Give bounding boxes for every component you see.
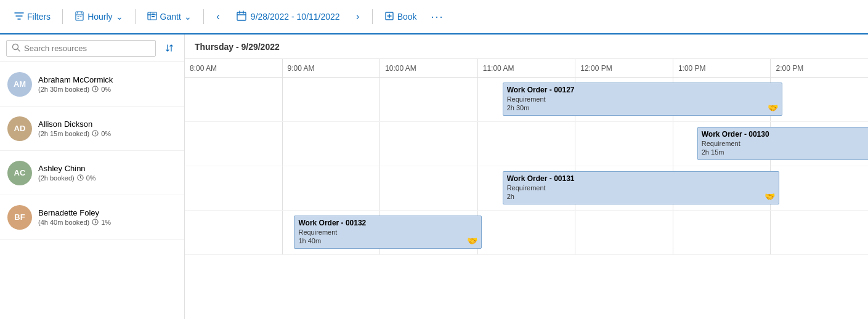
work-order-card[interactable]: Work Order - 00131 Requirement 2h 🤝	[503, 171, 779, 204]
separator-2	[135, 9, 136, 24]
calendar-icon	[236, 10, 247, 23]
book-icon	[384, 11, 394, 23]
resource-item[interactable]: BF Bernadette Foley (4h 40m booked) 1%	[0, 195, 184, 240]
gantt-cell	[477, 211, 575, 254]
date-range-container: 9/28/2022 - 10/11/2022	[230, 7, 346, 26]
gantt-cell	[575, 211, 673, 254]
gantt-panel: Thursday - 9/29/2022 8:00 AM9:00 AM10:00…	[185, 34, 868, 319]
resource-item[interactable]: AD Allison Dickson (2h 15m booked) 0%	[0, 107, 184, 151]
sort-button[interactable]	[161, 39, 178, 57]
meta-text: (4h 40m booked)	[38, 219, 89, 226]
svg-rect-4	[237, 12, 246, 20]
separator-3	[203, 9, 204, 24]
separator-1	[62, 9, 63, 24]
resource-meta: (2h 30m booked) 0%	[38, 86, 177, 94]
gantt-cell	[673, 211, 771, 254]
utilization: 0%	[86, 174, 96, 182]
work-order-duration: 2h	[507, 193, 775, 200]
svg-rect-3	[152, 16, 155, 17]
gantt-cell	[282, 78, 380, 121]
gantt-row: Work Order - 00127 Requirement 2h 30m 🤝	[185, 78, 868, 122]
gantt-cell	[282, 122, 380, 166]
gantt-time-header: 8:00 AM9:00 AM10:00 AM11:00 AM12:00 PM1:…	[185, 59, 868, 78]
gantt-cell	[379, 166, 477, 210]
avatar: AD	[7, 116, 32, 141]
gantt-label: Gantt	[160, 12, 181, 22]
avatar: AM	[7, 72, 32, 97]
work-order-req: Requirement	[507, 184, 775, 192]
gantt-cell	[379, 122, 477, 166]
handshake-icon: 🤝	[768, 103, 778, 113]
left-panel: AM Abraham McCormick (2h 30m booked) 0% …	[0, 34, 185, 319]
clock-icon	[77, 174, 84, 182]
separator-4	[372, 9, 373, 24]
resource-name: Bernadette Foley	[38, 208, 177, 217]
prev-date-button[interactable]: ‹	[209, 7, 227, 26]
next-date-button[interactable]: ›	[349, 7, 367, 26]
resource-info: Abraham McCormick (2h 30m booked) 0%	[38, 75, 177, 94]
resource-meta: (2h 15m booked) 0%	[38, 130, 177, 138]
work-order-duration: 1h 40m	[298, 237, 477, 244]
gantt-chevron: ⌄	[184, 12, 192, 22]
gantt-button[interactable]: Gantt ⌄	[140, 7, 198, 26]
clock-icon	[92, 219, 99, 227]
gantt-cell	[282, 166, 380, 210]
resource-meta: (4h 40m booked) 1%	[38, 219, 177, 227]
work-order-card[interactable]: Work Order - 00130 Requirement 2h 15m	[697, 127, 868, 160]
book-button[interactable]: Book	[378, 7, 424, 26]
work-order-req: Requirement	[507, 95, 779, 103]
time-slot-header: 1:00 PM	[673, 59, 771, 77]
search-icon	[12, 43, 20, 54]
resource-name: Ashley Chinn	[38, 164, 177, 173]
main-content: AM Abraham McCormick (2h 30m booked) 0% …	[0, 34, 868, 319]
time-slot-header: 11:00 AM	[477, 59, 575, 77]
gantt-date-header: Thursday - 9/29/2022	[185, 34, 868, 59]
filters-button[interactable]: Filters	[7, 7, 57, 26]
gantt-row: Work Order - 00132 Requirement 1h 40m 🤝	[185, 211, 868, 255]
gantt-row: Work Order - 00130 Requirement 2h 15m	[185, 122, 868, 166]
resource-info: Bernadette Foley (4h 40m booked) 1%	[38, 208, 177, 227]
utilization: 0%	[101, 130, 111, 137]
handshake-icon: 🤝	[765, 192, 775, 201]
clock-icon	[92, 86, 99, 94]
work-order-title: Work Order - 00132	[298, 219, 477, 227]
gantt-cell	[477, 122, 575, 166]
gantt-cell	[185, 122, 282, 166]
gantt-cell	[575, 122, 673, 166]
work-order-title: Work Order - 00127	[507, 86, 779, 94]
utilization: 1%	[101, 219, 111, 226]
utilization: 0%	[101, 86, 111, 93]
avatar: AC	[7, 161, 32, 185]
resource-list: AM Abraham McCormick (2h 30m booked) 0% …	[0, 62, 184, 319]
hourly-icon	[75, 11, 84, 23]
time-slot-header: 9:00 AM	[282, 59, 380, 77]
resource-item[interactable]: AM Abraham McCormick (2h 30m booked) 0%	[0, 62, 184, 107]
resource-item[interactable]: AC Ashley Chinn (2h booked) 0%	[0, 151, 184, 195]
work-order-duration: 2h 30m	[507, 104, 779, 111]
hourly-label: Hourly	[87, 12, 112, 22]
gantt-cell	[185, 166, 282, 210]
time-slot-header: 8:00 AM	[185, 59, 282, 77]
meta-text: (2h 30m booked)	[38, 86, 89, 93]
resource-info: Allison Dickson (2h 15m booked) 0%	[38, 119, 177, 138]
search-input-wrapper[interactable]	[6, 40, 156, 57]
resource-name: Allison Dickson	[38, 119, 177, 129]
gantt-icon	[147, 11, 157, 23]
work-order-req: Requirement	[702, 140, 868, 147]
meta-text: (2h booked)	[38, 174, 75, 182]
gantt-cell	[770, 78, 868, 121]
work-order-duration: 2h 15m	[702, 148, 868, 156]
search-resources-input[interactable]	[24, 44, 150, 53]
handshake-icon: 🤝	[467, 236, 477, 246]
resource-meta: (2h booked) 0%	[38, 174, 177, 182]
avatar: BF	[7, 205, 32, 230]
gantt-cell	[770, 166, 868, 210]
work-order-card[interactable]: Work Order - 00127 Requirement 2h 30m 🤝	[503, 83, 783, 116]
work-order-card[interactable]: Work Order - 00132 Requirement 1h 40m 🤝	[294, 216, 482, 249]
toolbar: Filters Hourly ⌄	[0, 0, 868, 34]
work-order-title: Work Order - 00130	[702, 130, 868, 139]
gantt-cell	[185, 211, 282, 254]
time-slot-header: 12:00 PM	[575, 59, 673, 77]
hourly-button[interactable]: Hourly ⌄	[68, 7, 129, 26]
more-button[interactable]: ···	[426, 7, 449, 26]
